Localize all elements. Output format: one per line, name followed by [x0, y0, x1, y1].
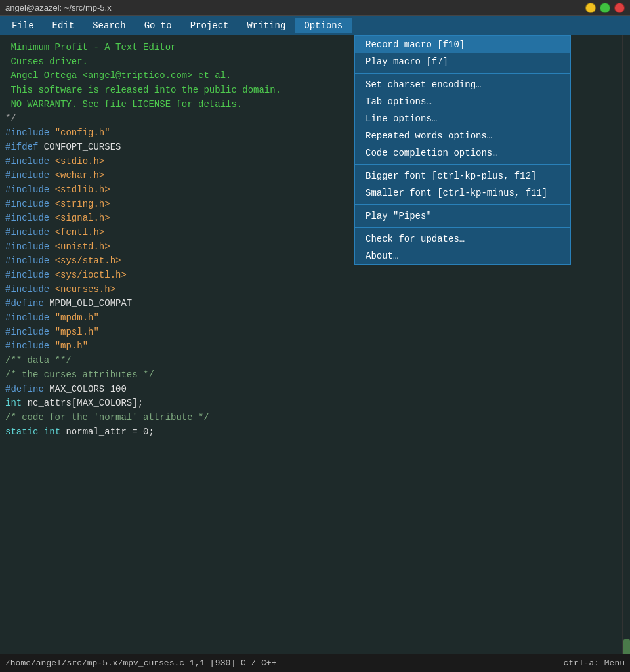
code-line: /** data **/ — [3, 354, 620, 368]
menubar-item-search[interactable]: Search — [83, 18, 135, 33]
dropdown-separator — [355, 164, 570, 165]
dropdown-item-2[interactable]: Set charset encoding… — [355, 76, 570, 93]
titlebar: angel@azazel: ~/src/mp-5.x — [0, 0, 630, 16]
dropdown-item-8[interactable]: Smaller font [ctrl-kp-minus, f11] — [355, 184, 570, 201]
maximize-button[interactable] — [600, 3, 610, 13]
dropdown-item-10[interactable]: Check for updates… — [355, 230, 570, 247]
statusbar-file-info: /home/angel/src/mp-5.x/mpv_curses.c 1,1 … — [5, 658, 276, 668]
dropdown-separator — [355, 204, 570, 205]
menubar-item-go-to[interactable]: Go to — [135, 18, 181, 33]
code-line: #include <ncurses.h> — [3, 283, 620, 297]
menubar-item-file[interactable]: File — [3, 18, 43, 33]
minimize-button[interactable] — [585, 3, 596, 13]
code-line: static int normal_attr = 0; — [3, 425, 620, 440]
code-line: /* the curses attributes */ — [3, 368, 620, 383]
window-controls — [585, 3, 625, 13]
statusbar: /home/angel/src/mp-5.x/mpv_curses.c 1,1 … — [0, 654, 630, 672]
dropdown-separator — [355, 227, 570, 228]
code-line: #include "mp.h" — [3, 339, 620, 354]
dropdown-item-7[interactable]: Bigger font [ctrl-kp-plus, f12] — [355, 167, 570, 184]
statusbar-shortcut-hint: ctrl-a: Menu — [563, 658, 625, 668]
menubar-item-edit[interactable]: Edit — [43, 18, 84, 33]
close-button[interactable] — [614, 3, 625, 13]
dropdown-item-0[interactable]: Record macro [f10] — [355, 36, 570, 53]
code-line: #define MPDM_OLD_COMPAT — [3, 297, 620, 311]
dropdown-item-11[interactable]: About… — [355, 247, 570, 264]
dropdown-item-3[interactable]: Tab options… — [355, 93, 570, 110]
dropdown-item-1[interactable]: Play macro [f7] — [355, 53, 570, 70]
scrollbar[interactable] — [622, 35, 630, 654]
dropdown-item-5[interactable]: Repeated words options… — [355, 127, 570, 144]
main-area: Minimum Profit - A Text Editor Curses dr… — [0, 35, 630, 654]
dropdown-item-6[interactable]: Code completion options… — [355, 144, 570, 161]
menubar-item-project[interactable]: Project — [181, 18, 238, 33]
dropdown-item-9[interactable]: Play "Pipes" — [355, 207, 570, 224]
code-line: #include <sys/ioctl.h> — [3, 268, 620, 283]
dropdown-separator — [355, 73, 570, 74]
code-line: #include "mpsl.h" — [3, 326, 620, 340]
code-line: #define MAX_COLORS 100 — [3, 383, 620, 397]
dropdown-item-4[interactable]: Line options… — [355, 110, 570, 127]
titlebar-title: angel@azazel: ~/src/mp-5.x — [5, 3, 112, 12]
menubar-item-writing[interactable]: Writing — [238, 18, 295, 33]
code-line: /* code for the 'normal' attribute */ — [3, 411, 620, 425]
options-dropdown-menu: Record macro [f10]Play macro [f7]Set cha… — [354, 35, 571, 265]
menubar: FileEditSearchGo toProjectWritingOptions — [0, 16, 630, 35]
code-line: int nc_attrs[MAX_COLORS]; — [3, 396, 620, 411]
menubar-item-options[interactable]: Options — [295, 18, 352, 33]
code-line: #include "mpdm.h" — [3, 311, 620, 326]
